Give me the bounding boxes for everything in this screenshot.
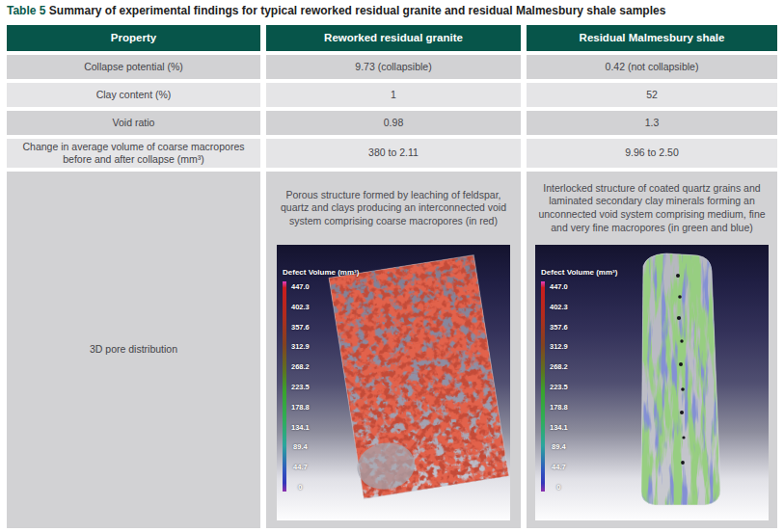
header-property: Property <box>7 25 260 51</box>
row-void-property: Void ratio <box>7 111 260 135</box>
row-clay-granite: 1 <box>266 83 521 107</box>
row-collapse-granite: 9.73 (collapsible) <box>266 55 521 79</box>
paper-table-figure: Table 5 Summary of experimental findings… <box>0 0 784 532</box>
row-clay-property: Clay content (%) <box>7 83 260 107</box>
row-collapse-property: Collapse potential (%) <box>7 55 260 79</box>
row-collapse-shale: 0.42 (not collapsible) <box>527 55 777 79</box>
granite-3d-render: Defect Volume (mm³) 447.0 402.3 357.6 31… <box>277 245 510 520</box>
colorbar-ticks: 447.0 402.3 357.6 312.9 268.2 223.5 178.… <box>291 283 310 492</box>
row-volume-shale: 9.96 to 2.50 <box>527 139 777 168</box>
header-granite: Reworked residual granite <box>266 25 521 51</box>
row-void-shale: 1.3 <box>527 111 777 135</box>
colorbar-ticks: 447.0 402.3 357.6 312.9 268.2 223.5 178.… <box>550 283 568 492</box>
row-pore-shale-cell: Interlocked structure of coated quartz g… <box>527 172 777 528</box>
table-number: Table 5 <box>7 4 45 17</box>
shale-3d-render: Defect Volume (mm³) 447.0 402.3 357.6 31… <box>535 245 769 520</box>
shale-description: Interlocked structure of coated quartz g… <box>527 176 777 240</box>
granite-description: Porous structure formed by leaching of f… <box>266 176 521 240</box>
shale-legend: Defect Volume (mm³) 447.0 402.3 357.6 31… <box>541 268 617 492</box>
row-volume-property: Change in average volume of coarse macro… <box>7 139 260 168</box>
row-pore-granite-cell: Porous structure formed by leaching of f… <box>266 172 521 528</box>
granite-legend: Defect Volume (mm³) 447.0 402.3 357.6 31… <box>283 268 359 492</box>
defect-volume-colorbar <box>283 281 286 492</box>
row-void-granite: 0.98 <box>266 111 521 135</box>
defect-volume-colorbar <box>541 281 545 492</box>
table-caption-text: Summary of experimental findings for typ… <box>49 4 666 17</box>
defect-volume-label: Defect Volume (mm³) <box>541 268 617 278</box>
row-pore-property: 3D pore distribution <box>7 172 260 528</box>
row-clay-shale: 52 <box>527 83 777 107</box>
summary-table: Property Reworked residual granite Resid… <box>7 25 777 528</box>
defect-volume-label: Defect Volume (mm³) <box>283 268 359 278</box>
row-volume-granite: 380 to 2.11 <box>266 139 521 168</box>
header-shale: Residual Malmesbury shale <box>527 25 777 51</box>
table-caption: Table 5 Summary of experimental findings… <box>7 4 778 17</box>
